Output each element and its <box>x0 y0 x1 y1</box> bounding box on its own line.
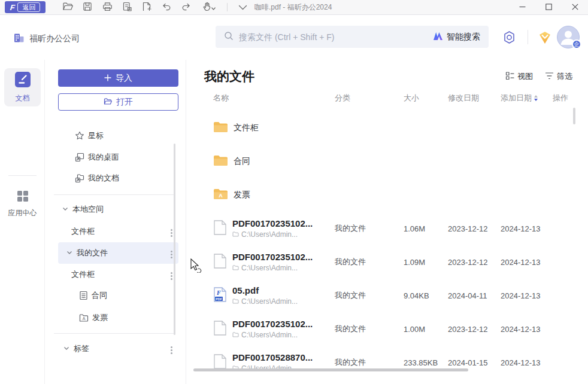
sidebar-item-starred[interactable]: 星标 <box>58 125 178 147</box>
rail-divider <box>8 175 37 176</box>
open-folder-icon <box>62 2 73 13</box>
new-document-button[interactable] <box>140 1 153 14</box>
print-icon <box>102 2 113 13</box>
svg-text:A: A <box>83 316 86 321</box>
search-bar[interactable]: 智能搜索 <box>216 26 489 48</box>
foxit-logo-icon: F <box>10 3 16 12</box>
table-row-file[interactable]: PDF00170235102... C:\Users\Admin... 我的文件… <box>187 245 588 279</box>
undo-icon <box>162 2 171 13</box>
maximize-button[interactable] <box>535 0 562 15</box>
table-header: 名称 分类 大小 修改日期 添加日期 操作 <box>187 92 588 104</box>
company-switcher[interactable]: 福昕办公公司 <box>13 32 80 45</box>
open-button[interactable]: 打开 <box>58 93 178 111</box>
close-button[interactable] <box>562 0 588 15</box>
app-header: 福昕办公公司 智能搜索 企 <box>0 16 588 60</box>
hand-tool-button[interactable] <box>199 1 219 14</box>
filter-button[interactable]: 筛选 <box>545 71 572 82</box>
main-content: 我的文件 视图 筛选 名称 分类 大小 修改日期 添加日期 操作 <box>187 60 588 384</box>
view-button[interactable]: 视图 <box>505 71 533 82</box>
sidebar-item-local-space[interactable]: 本地空间 <box>58 199 178 220</box>
file-name: 05.pdf <box>232 285 298 295</box>
file-category: 我的文件 <box>335 324 404 334</box>
vertical-scrollbar[interactable] <box>573 108 575 124</box>
sidebar-item-my-documents[interactable]: 我的文档 <box>58 167 178 189</box>
save-button[interactable] <box>81 1 94 14</box>
sidebar-item-label: 我的桌面 <box>88 152 119 163</box>
document-icon <box>15 72 31 89</box>
column-header-added[interactable]: 添加日期 <box>501 93 553 103</box>
star-icon <box>75 131 84 141</box>
back-button-label: 返回 <box>17 2 40 12</box>
file-size: 1.00M <box>404 325 448 334</box>
file-path: C:\Users\Admin... <box>241 264 298 272</box>
toolbar-expand-button[interactable] <box>236 1 249 14</box>
horizontal-scrollbar[interactable] <box>193 368 468 371</box>
table-row-folder[interactable]: 文件柜 <box>187 111 588 145</box>
more-options-icon[interactable] <box>171 251 172 252</box>
chevron-down-icon <box>62 205 69 214</box>
import-button[interactable]: 导入 <box>58 69 178 87</box>
settings-button[interactable] <box>502 31 516 45</box>
rail-item-app-center[interactable]: 应用中心 <box>4 190 41 218</box>
copy-page-icon <box>122 2 132 13</box>
quick-toolbar <box>61 1 249 14</box>
view-layout-icon <box>505 71 514 82</box>
file-table: 文件柜 合同 A 发票 <box>187 111 588 379</box>
sidebar-item-file-cabinet-2[interactable]: 文件柜 <box>58 264 178 285</box>
minimize-button[interactable] <box>509 0 535 15</box>
undo-button[interactable] <box>160 1 173 14</box>
company-building-icon <box>13 32 25 45</box>
search-icon <box>224 31 234 43</box>
column-header-category[interactable]: 分类 <box>335 93 404 103</box>
hand-tool-icon <box>202 2 211 13</box>
chevron-down-icon <box>211 3 216 12</box>
search-input[interactable] <box>239 32 433 42</box>
sidebar-item-label: 文件柜 <box>71 226 95 237</box>
file-modified-date: 2023-12-12 <box>448 258 501 267</box>
column-header-modified[interactable]: 修改日期 <box>448 93 501 103</box>
left-rail: 文档 应用中心 <box>0 60 45 384</box>
column-header-name[interactable]: 名称 <box>204 93 335 103</box>
close-icon <box>572 3 578 12</box>
table-row-file[interactable]: FPDF 05.pdf C:\Users\Admin... 我的文件 9.04K… <box>187 279 588 312</box>
copy-page-button[interactable] <box>120 1 134 14</box>
more-options-icon[interactable] <box>171 346 172 348</box>
sidebar-item-my-desktop[interactable]: 我的桌面 <box>58 147 178 168</box>
sidebar-item-contracts[interactable]: 合同 <box>58 285 178 306</box>
redo-button[interactable] <box>180 1 193 14</box>
table-row-folder[interactable]: 合同 <box>187 145 588 178</box>
titlebar: F 返回 咖啡.pdf - 福昕办公2024 <box>0 0 588 15</box>
sidebar-item-invoices[interactable]: A 发票 <box>58 307 178 328</box>
more-options-icon[interactable] <box>171 272 172 274</box>
sidebar-item-tags[interactable]: 标签 <box>58 338 178 359</box>
svg-text:F: F <box>216 289 221 296</box>
sidebar-item-label: 标签 <box>74 343 89 354</box>
vip-diamond-icon <box>537 38 553 47</box>
open-file-button[interactable] <box>61 1 74 14</box>
svg-text:PDF: PDF <box>216 297 223 301</box>
table-row-smart-folder[interactable]: A 发票 <box>187 178 588 212</box>
path-folder-icon <box>232 264 239 272</box>
sidebar-item-label: 本地空间 <box>72 204 104 215</box>
sidebar-item-my-files[interactable]: 我的文件 <box>58 242 178 264</box>
file-path: C:\Users\Admin... <box>241 297 298 306</box>
minimize-icon <box>519 3 526 12</box>
smart-search-button[interactable]: 智能搜索 <box>433 32 480 42</box>
table-row-file[interactable]: PDF00170235102... C:\Users\Admin... 我的文件… <box>187 212 588 245</box>
rail-item-documents[interactable]: 文档 <box>4 68 41 106</box>
more-options-icon[interactable] <box>171 229 172 231</box>
new-document-icon <box>142 2 151 13</box>
back-button[interactable]: F 返回 <box>5 1 46 13</box>
sidebar-item-file-cabinet[interactable]: 文件柜 <box>58 221 178 242</box>
chevron-down-icon <box>63 345 70 353</box>
plus-icon <box>104 74 111 83</box>
sidebar-scrollbar[interactable] <box>174 144 175 335</box>
table-row-file[interactable]: PDF00170235102... C:\Users\Admin... 我的文件… <box>187 312 588 346</box>
sidebar: 导入 打开 星标 我的桌面 我的文档 本地空间 文件柜 我的文 <box>46 60 186 384</box>
print-button[interactable] <box>101 1 114 14</box>
file-category: 我的文件 <box>335 257 404 267</box>
rail-item-label: 应用中心 <box>8 208 37 218</box>
avatar[interactable]: 企 <box>557 26 580 48</box>
column-header-size[interactable]: 大小 <box>404 93 448 103</box>
vip-badge-button[interactable] <box>537 31 553 45</box>
